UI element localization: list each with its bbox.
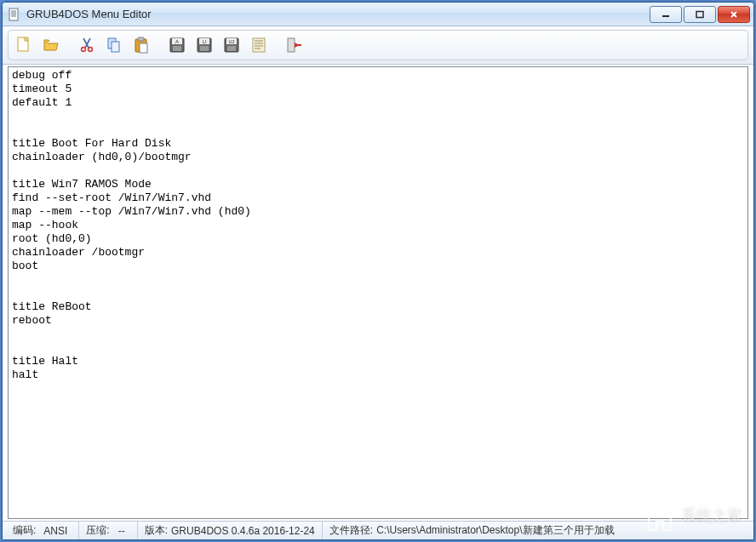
save-u2-icon: U2 — [222, 36, 241, 54]
status-version-value: GRUB4DOS 0.4.6a 2016-12-24 — [171, 525, 315, 537]
window-controls — [650, 6, 750, 23]
app-icon — [8, 8, 21, 21]
save-a-button[interactable]: A — [164, 32, 190, 58]
status-version-label: 版本: — [145, 523, 168, 538]
status-encoding-label: 编码: — [13, 523, 36, 538]
new-file-button[interactable] — [11, 32, 37, 58]
paste-icon — [132, 36, 151, 54]
close-button[interactable] — [718, 6, 750, 23]
exit-button[interactable] — [282, 32, 307, 58]
svg-text:A: A — [175, 39, 179, 44]
open-file-icon — [42, 36, 60, 54]
status-encoding-value: ANSI — [39, 525, 72, 537]
svg-rect-37 — [288, 38, 295, 52]
copy-button[interactable] — [101, 32, 127, 58]
save-u2-button[interactable]: U2 — [219, 32, 244, 58]
svg-rect-22 — [173, 46, 181, 51]
svg-rect-18 — [138, 37, 144, 41]
document-icon — [249, 36, 268, 54]
status-compress-value: -- — [113, 525, 130, 537]
status-encoding: 编码: ANSI — [6, 522, 79, 539]
document-view-button[interactable] — [246, 32, 272, 58]
svg-text:U: U — [203, 39, 206, 44]
exit-icon — [285, 36, 304, 54]
titlebar: GRUB4DOS Menu Editor — [3, 3, 753, 26]
status-compress: 压缩: -- — [79, 522, 137, 539]
status-path-value: C:\Users\Administrator\Desktop\新建第三个用于加载 — [376, 523, 614, 538]
svg-rect-30 — [227, 46, 236, 51]
editor-textarea[interactable] — [9, 67, 747, 518]
svg-rect-6 — [696, 11, 703, 17]
status-version: 版本: GRUB4DOS 0.4.6a 2016-12-24 — [138, 522, 323, 539]
maximize-button[interactable] — [684, 6, 716, 23]
svg-rect-26 — [200, 46, 209, 51]
minimize-button[interactable] — [650, 6, 682, 23]
svg-text:U2: U2 — [228, 39, 234, 44]
save-u-button[interactable]: U — [192, 32, 217, 58]
status-path: 文件路径: C:\Users\Administrator\Desktop\新建第… — [323, 522, 750, 539]
save-a-icon: A — [168, 36, 186, 54]
toolbar: A U U2 — [8, 30, 748, 60]
svg-rect-19 — [140, 43, 147, 53]
cut-icon — [77, 36, 96, 54]
svg-point-13 — [82, 48, 86, 52]
editor-frame — [8, 66, 748, 519]
save-u-icon: U — [195, 36, 214, 54]
svg-rect-32 — [253, 38, 265, 52]
copy-icon — [105, 36, 123, 54]
app-window: GRUB4DOS Menu Editor — [2, 2, 754, 540]
status-compress-label: 压缩: — [86, 523, 109, 538]
cut-button[interactable] — [74, 32, 100, 58]
paste-button[interactable] — [129, 32, 154, 58]
statusbar: 编码: ANSI 压缩: -- 版本: GRUB4DOS 0.4.6a 2016… — [3, 521, 753, 539]
svg-rect-16 — [112, 42, 119, 52]
window-title: GRUB4DOS Menu Editor — [26, 8, 650, 20]
toolbar-area: A U U2 — [3, 26, 753, 65]
new-file-icon — [14, 36, 33, 54]
status-path-label: 文件路径: — [329, 523, 373, 538]
svg-point-14 — [89, 48, 93, 52]
open-file-button[interactable] — [38, 32, 64, 58]
